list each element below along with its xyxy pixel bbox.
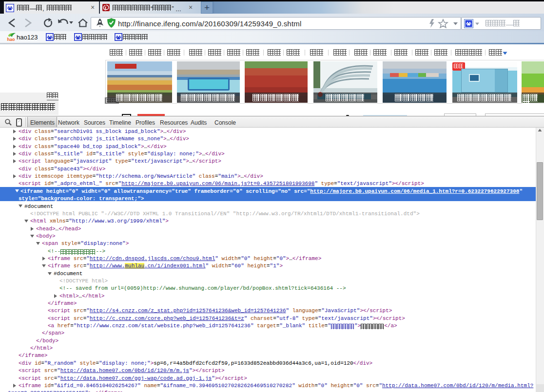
svg-text:hao: hao bbox=[7, 37, 16, 42]
